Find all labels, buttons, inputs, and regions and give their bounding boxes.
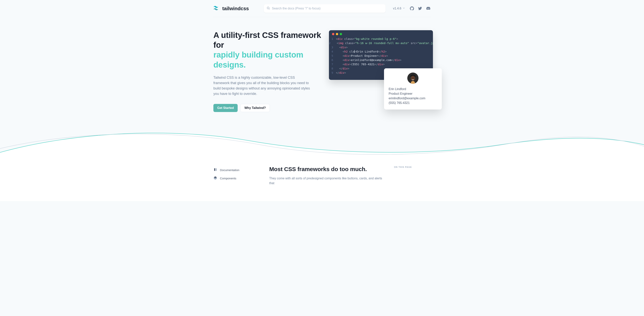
svg-point-3 (411, 76, 415, 81)
zoom-dot-icon (340, 33, 342, 35)
toc-title: ON THIS PAGE (394, 166, 430, 168)
chevron-down-icon (402, 7, 405, 10)
why-tailwind-button[interactable]: Why Tailwind? (240, 104, 270, 112)
card-role: Product Engineer (389, 91, 437, 96)
version-selector[interactable]: v1.4.6 (393, 7, 405, 10)
sidenav-label-docs: Documentation (220, 168, 240, 172)
get-started-button[interactable]: Get Started (214, 104, 238, 112)
brand-logo[interactable]: tailwindcss (214, 5, 264, 11)
search-input[interactable] (264, 4, 386, 13)
minimize-dot-icon (336, 33, 338, 35)
hero-heading-line2: rapidly building custom designs. (214, 50, 303, 69)
sidenav-item-components[interactable]: Components (214, 174, 258, 182)
version-label: v1.4.6 (393, 7, 401, 10)
sidenav-item-docs[interactable]: Documentation (214, 166, 258, 174)
section-paragraph: They come with all sorts of predesigned … (269, 176, 382, 186)
brand-text: tailwindcss (222, 5, 249, 11)
hero-heading: A utility-first CSS framework for rapidl… (214, 30, 321, 70)
avatar (407, 72, 418, 84)
svg-line-1 (269, 9, 270, 9)
side-nav: Documentation Components (214, 166, 258, 186)
card-phone: (555) 765-4321 (389, 101, 437, 105)
sidenav-label-components: Components (220, 177, 236, 180)
section-heading: Most CSS frameworks do too much. (269, 166, 382, 172)
search-icon (266, 6, 270, 10)
search-wrap (264, 4, 386, 13)
header-divider (214, 17, 430, 17)
card-email: erinlindford@example.com (389, 96, 437, 101)
github-icon[interactable] (410, 6, 414, 10)
hero-subtitle: Tailwind CSS is a highly customizable, l… (214, 75, 312, 97)
site-header: tailwindcss v1.4.6 (214, 0, 430, 17)
tailwind-logo-icon (214, 6, 220, 11)
box-icon (214, 176, 217, 181)
card-name: Erin Lindford (389, 87, 437, 91)
hero-heading-line1: A utility-first CSS framework for (214, 30, 321, 49)
decorative-wave (0, 124, 644, 158)
preview-card: Erin Lindford Product Engineer erinlindf… (384, 68, 442, 109)
window-traffic-lights (329, 30, 433, 36)
discord-icon[interactable] (426, 6, 430, 10)
close-dot-icon (332, 33, 334, 35)
twitter-icon[interactable] (418, 6, 422, 10)
svg-point-0 (267, 7, 269, 9)
book-icon (214, 168, 217, 172)
